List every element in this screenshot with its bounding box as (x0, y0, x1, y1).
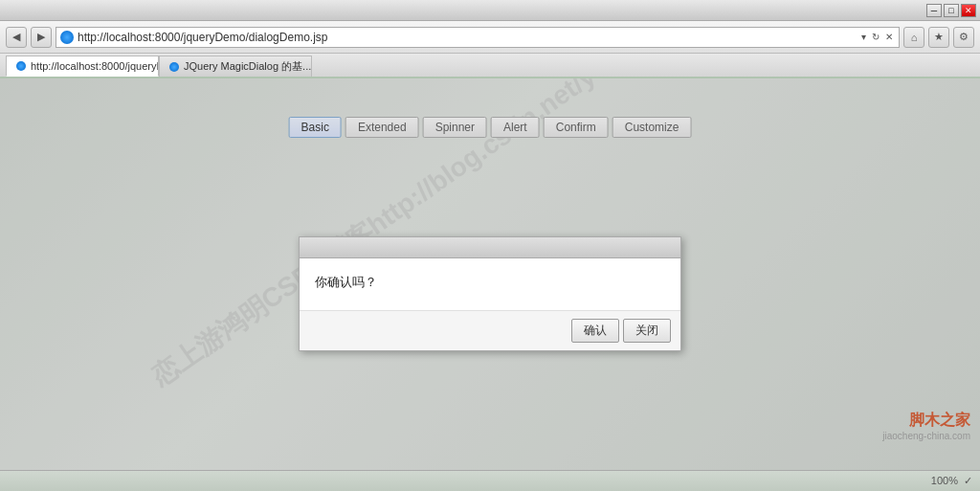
settings-button[interactable]: ⚙ (953, 27, 974, 48)
browser-favicon (60, 31, 74, 44)
close-button[interactable]: ✕ (961, 4, 976, 17)
tab-bar: http://localhost:8000/jqueryD... ✕ JQuer… (0, 54, 980, 78)
dialog-close-button[interactable]: 关闭 (623, 319, 671, 343)
favorites-button[interactable]: ★ (928, 27, 949, 48)
tab-label-1: http://localhost:8000/jqueryD... (31, 60, 159, 72)
home-button[interactable]: ⌂ (903, 27, 924, 48)
status-bar: 100% ✓ (0, 470, 980, 491)
address-dropdown-icon[interactable]: ▾ (859, 32, 868, 42)
security-indicator: ✓ (964, 475, 972, 487)
dialog-message: 你确认吗？ (315, 275, 377, 289)
back-button[interactable]: ◀ (6, 27, 27, 48)
window-titlebar: ─ □ ✕ (0, 0, 980, 21)
maximize-button[interactable]: □ (944, 4, 959, 17)
address-text: http://localhost:8000/jqueryDemo/dialogD… (78, 31, 856, 44)
content-area: 恋上游鸿明CSDN博客http://blog.csdn.net/youqishi… (0, 78, 980, 470)
browser-toolbar: ◀ ▶ http://localhost:8000/jqueryDemo/dia… (0, 21, 980, 54)
tab-favicon-2 (169, 62, 179, 72)
tab-2[interactable]: JQuery MagicDialog 的基... ✕ (159, 56, 312, 77)
zoom-level: 100% (931, 475, 958, 487)
dialog-titlebar (300, 237, 680, 258)
forward-button[interactable]: ▶ (31, 27, 52, 48)
status-right: 100% ✓ (931, 475, 972, 487)
dialog-confirm-button[interactable]: 确认 (571, 319, 619, 343)
tab-label-2: JQuery MagicDialog 的基... (184, 59, 311, 74)
tab-favicon-1 (16, 61, 26, 71)
dialog-box: 你确认吗？ 确认 关闭 (299, 236, 681, 351)
dialog-footer: 确认 关闭 (300, 310, 680, 350)
address-bar[interactable]: http://localhost:8000/jqueryDemo/dialogD… (56, 27, 900, 48)
dialog-body: 你确认吗？ (300, 258, 680, 310)
window-controls: ─ □ ✕ (926, 4, 976, 17)
stop-button[interactable]: ✕ (883, 32, 895, 42)
refresh-button[interactable]: ↻ (870, 32, 881, 42)
tab-1[interactable]: http://localhost:8000/jqueryD... ✕ (6, 56, 159, 77)
address-actions: ▾ ↻ ✕ (859, 32, 895, 42)
dialog-overlay: 你确认吗？ 确认 关闭 (0, 78, 980, 470)
minimize-button[interactable]: ─ (926, 4, 942, 17)
